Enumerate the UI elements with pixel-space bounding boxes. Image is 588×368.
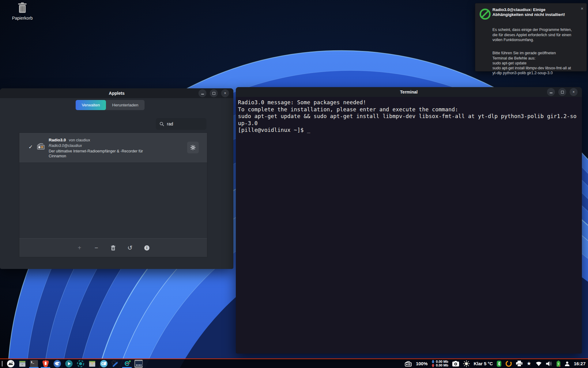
media-player-button[interactable] [65, 359, 73, 368]
terminal-line: up-3.0 [238, 120, 581, 127]
screenshot-tray-icon[interactable] [452, 361, 459, 366]
vcf-app-button[interactable]: C VCF [123, 359, 131, 368]
spices-update-icon[interactable] [505, 360, 512, 367]
terminal-maximize-button[interactable] [558, 88, 566, 96]
delete-trash-icon [111, 245, 115, 251]
terminal-close-button[interactable]: × [570, 88, 578, 96]
menu-icon [7, 360, 15, 368]
trash-icon [6, 2, 39, 14]
photos-icon [100, 360, 108, 368]
photos-app-button[interactable] [100, 359, 108, 368]
battery-icon[interactable] [556, 361, 560, 367]
printer-icon[interactable] [516, 361, 522, 366]
radio-tray-app-button[interactable] [76, 359, 85, 368]
weather-label: Klar 5 °C [474, 361, 493, 366]
terminal-minimize-button[interactable] [547, 88, 555, 96]
radio-applet-tray-icon[interactable] [405, 361, 412, 366]
search-icon [160, 122, 164, 126]
applet-configure-button[interactable] [187, 142, 199, 153]
applets-tab-switcher: Verwalten Herunterladen [76, 100, 145, 110]
tools-icon [111, 360, 119, 368]
applets-window: Applets × Verwalten Herunterladen ✓ [0, 88, 233, 269]
volume-icon[interactable] [546, 361, 552, 366]
applet-search-box[interactable] [156, 118, 206, 130]
add-applet-button[interactable]: + [76, 244, 83, 251]
applet-description: Der ultimative Internet-Radioempfänger &… [49, 149, 154, 159]
net-down-value: 0.00 Mb [436, 360, 448, 364]
applet-list: ✓ Radio3.0 von claudiux Radio3.0@claudiu… [19, 132, 207, 257]
weather-sun-icon[interactable] [463, 360, 470, 367]
terminal-line: To complete the installation, please ent… [238, 106, 581, 113]
minimize-button[interactable] [198, 89, 206, 97]
clock[interactable]: 16:27 [574, 361, 586, 366]
menu-button[interactable] [6, 359, 15, 368]
thunderbird-button[interactable] [53, 359, 61, 368]
notification-body: Es scheint, dass einige der Programme fe… [492, 22, 583, 81]
favorites-star-icon[interactable]: ★ [526, 361, 531, 366]
taskbar-launchers: $_ [1, 359, 143, 368]
minimize-icon [201, 94, 204, 94]
about-applet-button[interactable]: i [144, 244, 150, 251]
close-button[interactable]: × [221, 89, 229, 97]
thunderbird-icon [53, 360, 61, 368]
bluetooth-icon[interactable] [497, 361, 501, 367]
terminal-window-title: Terminal [400, 90, 417, 94]
net-up-value: 0.00 Mb [436, 364, 448, 367]
terminal-line: sudo apt-get update && sudo apt-get inst… [238, 113, 581, 120]
applet-uuid: Radio3.0@claudiux [49, 144, 154, 148]
tab-verwalten[interactable]: Verwalten [76, 100, 106, 110]
terminal-prompt-line: [pille@voidlinux ~]$ _ [238, 127, 581, 134]
notification-instructions: Bitte führen Sie im gerade geöffneten Te… [492, 51, 583, 75]
applets-titlebar[interactable]: Applets × [0, 88, 233, 98]
info-icon: i [144, 245, 149, 251]
window-preview-button[interactable] [134, 359, 143, 368]
search-input[interactable] [166, 121, 201, 127]
file-cabinet-icon [18, 360, 26, 368]
applets-window-title: Applets [109, 91, 124, 96]
close-icon: × [572, 90, 575, 94]
terminal-output[interactable]: Radio3.0 message: Some packages needed! … [236, 97, 582, 354]
user-account-icon[interactable] [564, 361, 570, 366]
show-desktop-divider[interactable] [2, 361, 2, 366]
notification-close-icon[interactable]: × [581, 6, 583, 11]
gear-icon [190, 145, 196, 150]
applet-row-radio3[interactable]: ✓ Radio3.0 von claudiux Radio3.0@claudiu… [19, 133, 207, 163]
system-tray: 100% 0.00 Mb 0.00 Mb [405, 359, 586, 368]
dashed-ring-icon [77, 360, 85, 368]
restore-defaults-button[interactable]: ↺ [127, 244, 134, 251]
error-prohibited-icon [479, 8, 491, 21]
desktop-trash-shortcut[interactable]: Papierkorb [6, 2, 39, 21]
applet-title-line: Radio3.0 von claudiux [49, 137, 154, 143]
applet-name: Radio3.0 [49, 138, 66, 142]
upload-arrow-icon [432, 364, 435, 367]
maximize-icon [213, 92, 215, 95]
applet-list-toolbar: + − ↺ i [19, 238, 207, 257]
network-monitor[interactable]: 0.00 Mb 0.00 Mb [432, 360, 448, 367]
terminal-window: Terminal × Radio3.0 message: Some packag… [236, 87, 582, 354]
remove-applet-button[interactable]: − [93, 244, 100, 251]
wifi-icon[interactable] [535, 361, 542, 366]
uninstall-applet-button[interactable] [110, 244, 117, 251]
minimize-icon [550, 93, 552, 93]
system-tools-button[interactable] [111, 359, 119, 368]
brave-browser-button[interactable] [41, 359, 50, 368]
terminal-line: Radio3.0 message: Some packages needed! [238, 99, 581, 106]
maximize-button[interactable] [210, 89, 218, 97]
taskbar-terminal-button[interactable]: $_ [30, 359, 38, 368]
tab-herunterladen[interactable]: Herunterladen [106, 100, 145, 110]
play-circle-icon [65, 360, 73, 368]
terminal-titlebar[interactable]: Terminal × [236, 87, 582, 97]
radio-applet-icon [36, 143, 46, 152]
file-cabinet-icon [88, 360, 96, 368]
archive-manager-button[interactable] [88, 359, 96, 368]
c-vcf-icon: C VCF [123, 360, 131, 368]
file-manager-button[interactable] [18, 359, 26, 368]
radio-volume-label: 100% [416, 361, 428, 366]
brave-icon [42, 360, 49, 368]
close-icon: × [224, 91, 226, 95]
notification-paragraph: Es scheint, dass einige der Programme fe… [492, 27, 583, 42]
terminal-app-icon: $_ [30, 360, 38, 367]
taskbar-panel: $_ [0, 358, 588, 368]
maximize-icon [561, 91, 564, 94]
notification-popup[interactable]: Radio3.0@claudiux: Einige Abhängigkeiten… [475, 3, 587, 71]
